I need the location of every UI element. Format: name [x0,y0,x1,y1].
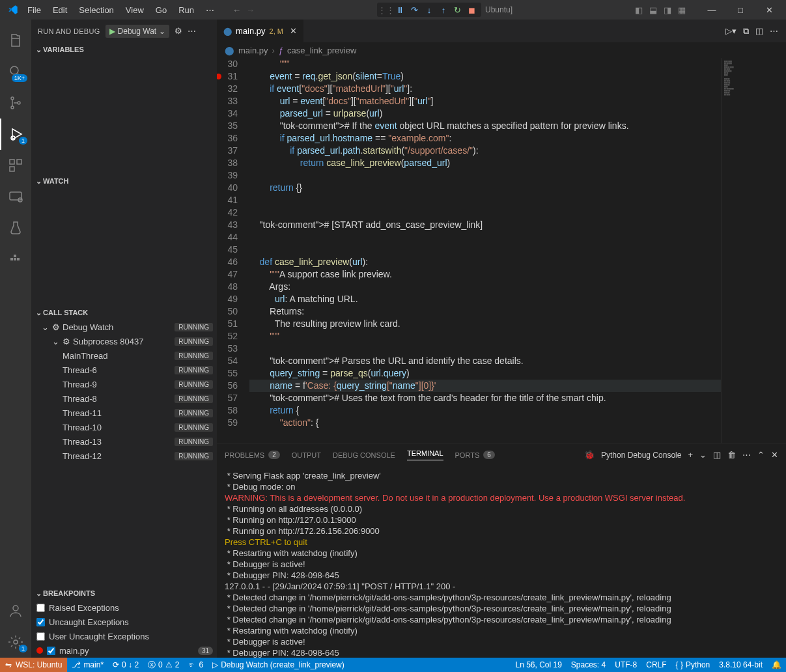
close-button[interactable]: ✕ [756,1,782,19]
layout-right-icon[interactable]: ◨ [664,5,671,15]
nav-forward-icon[interactable]: → [246,5,255,15]
callstack-item[interactable]: Thread-10RUNNING [31,420,217,434]
gear-icon[interactable]: ⚙ [175,26,182,36]
step-into-icon[interactable]: ↓ [424,5,434,15]
sb-remote[interactable]: WSL: Ubuntu [16,660,62,669]
sb-debug-status[interactable]: ▷Debug Watch (create_link_preview) [208,658,349,672]
breakpoint-item[interactable]: Raised Exceptions [31,600,217,615]
step-over-icon[interactable]: ↷ [410,5,420,15]
callstack-item[interactable]: Thread-11RUNNING [31,406,217,420]
ab-extensions[interactable] [0,150,31,181]
ab-testing[interactable] [0,212,31,244]
callstack-item[interactable]: Thread-8RUNNING [31,391,217,406]
stop-icon[interactable]: ◼ [467,5,477,15]
ab-explorer[interactable] [0,25,31,56]
callstack-status: RUNNING [175,438,213,446]
breakpoint-file-item[interactable]: main.py31 [31,643,217,658]
breakpoints-header[interactable]: ⌄BREAKPOINTS [31,586,217,600]
add-terminal-icon[interactable]: + [688,450,693,460]
nav-back-icon[interactable]: ← [232,5,241,15]
sb-ports[interactable]: ᯤ6 [184,658,208,672]
breakpoint-checkbox[interactable] [36,632,45,641]
breakpoint-checkbox[interactable] [36,604,45,612]
sb-branch[interactable]: ⎇main* [67,658,108,672]
breakpoint-dot-icon[interactable] [217,74,221,79]
panel-tab-output[interactable]: OUTPUT [292,451,321,459]
menu-edit[interactable]: Edit [48,3,72,18]
trash-icon[interactable]: 🗑 [727,450,736,460]
panel-tab-terminal[interactable]: TERMINAL [407,449,443,460]
layout-bottom-icon[interactable]: ⬓ [649,5,657,15]
callstack-item[interactable]: Thread-9RUNNING [31,377,217,391]
watch-header[interactable]: ⌄WATCH [31,174,217,188]
menu-selection[interactable]: Selection [74,3,119,18]
ab-source-control[interactable] [0,87,31,119]
menu-view[interactable]: View [120,3,149,18]
sb-notifications[interactable]: 🔔 [767,658,786,672]
panel-tab-debug-console[interactable]: DEBUG CONSOLE [333,451,395,459]
breakpoint-item[interactable]: User Uncaught Exceptions [31,629,217,643]
title-search[interactable]: Ubuntu] [485,5,512,14]
ab-accounts[interactable] [0,595,31,626]
debug-config-select[interactable]: ▶ Debug Wat ⌄ [105,25,170,38]
breakpoint-checkbox[interactable] [47,647,55,655]
callstack-item[interactable]: Thread-6RUNNING [31,363,217,377]
ab-search[interactable]: 1K+ [0,56,31,87]
ab-run-debug[interactable]: 1 [0,119,31,150]
sb-interpreter[interactable]: 3.8.10 64-bit [714,658,767,672]
remote-icon[interactable]: ⇋ [5,660,12,669]
code-content[interactable]: """ event = req.get_json(silent=True) if… [249,58,721,443]
ab-remote[interactable] [0,181,31,212]
callstack-label: MainThread [63,351,107,361]
compare-icon[interactable]: ⧉ [743,26,749,36]
split-icon[interactable]: ◫ [755,26,763,36]
step-out-icon[interactable]: ↑ [438,5,449,15]
terminal-content[interactable]: * Serving Flask app 'create_link_preview… [217,466,786,658]
more-icon[interactable]: ⋯ [742,450,751,460]
menu-file[interactable]: File [22,3,46,18]
run-icon[interactable]: ▷▾ [725,26,737,36]
callstack-item[interactable]: Thread-12RUNNING [31,449,217,463]
callstack-item[interactable]: ⌄⚙Debug WatchRUNNING [31,320,217,334]
sb-encoding[interactable]: UTF-8 [610,658,641,672]
menu-run[interactable]: Run [173,3,199,18]
terminal-profile-label[interactable]: Python Debug Console [601,451,681,460]
sb-position[interactable]: Ln 56, Col 19 [511,658,566,672]
close-panel-icon[interactable]: ✕ [771,450,778,460]
more-icon[interactable]: ⋯ [188,26,196,36]
menu-go[interactable]: Go [150,3,172,18]
panel-tab-ports[interactable]: PORTS6 [455,451,495,459]
sb-spaces[interactable]: Spaces: 4 [567,658,610,672]
callstack-header[interactable]: ⌄CALL STACK [31,305,217,320]
code-area[interactable]: 3031323334353637383940414243444546474849… [217,58,786,443]
tab-main-py[interactable]: ⬤ main.py 2, M ✕ [217,20,304,42]
panel-tab-problems[interactable]: PROBLEMS2 [225,451,280,459]
callstack-item[interactable]: ⌄⚙Subprocess 80437RUNNING [31,334,217,348]
layout-left-icon[interactable]: ◧ [635,5,643,15]
breakpoint-item[interactable]: Uncaught Exceptions [31,615,217,629]
menu-more[interactable]: ⋯ [201,3,219,18]
sb-errors[interactable]: ⓧ0 ⚠2 [143,658,184,672]
chevron-down-icon[interactable]: ⌄ [699,450,707,460]
minimize-button[interactable]: — [699,1,725,19]
restart-icon[interactable]: ↻ [453,5,463,15]
more-icon[interactable]: ⋯ [770,26,778,36]
callstack-item[interactable]: Thread-13RUNNING [31,434,217,449]
sb-lang[interactable]: { }Python [671,658,715,672]
pause-icon[interactable]: ⏸ [395,5,406,15]
layout-custom-icon[interactable]: ▦ [678,5,686,15]
minimap[interactable]: ████ ██████ ████████████████ ██████ ████… [721,58,786,443]
split-terminal-icon[interactable]: ◫ [713,450,721,460]
drag-handle-icon[interactable]: ⋮⋮ [381,5,391,15]
breakpoint-checkbox[interactable] [36,618,45,626]
breadcrumb[interactable]: ⬤ main.py › ƒ case_link_preview [217,42,786,58]
sb-sync[interactable]: ⟳0 ↓ 2 [108,658,143,672]
sb-eol[interactable]: CRLF [641,658,671,672]
callstack-item[interactable]: MainThreadRUNNING [31,348,217,363]
variables-header[interactable]: ⌄VARIABLES [31,42,217,57]
chevron-up-icon[interactable]: ⌃ [757,450,765,460]
maximize-button[interactable]: □ [727,1,753,19]
close-icon[interactable]: ✕ [290,26,297,36]
ab-docker[interactable] [0,244,31,275]
ab-settings[interactable]: 1 [0,626,31,658]
